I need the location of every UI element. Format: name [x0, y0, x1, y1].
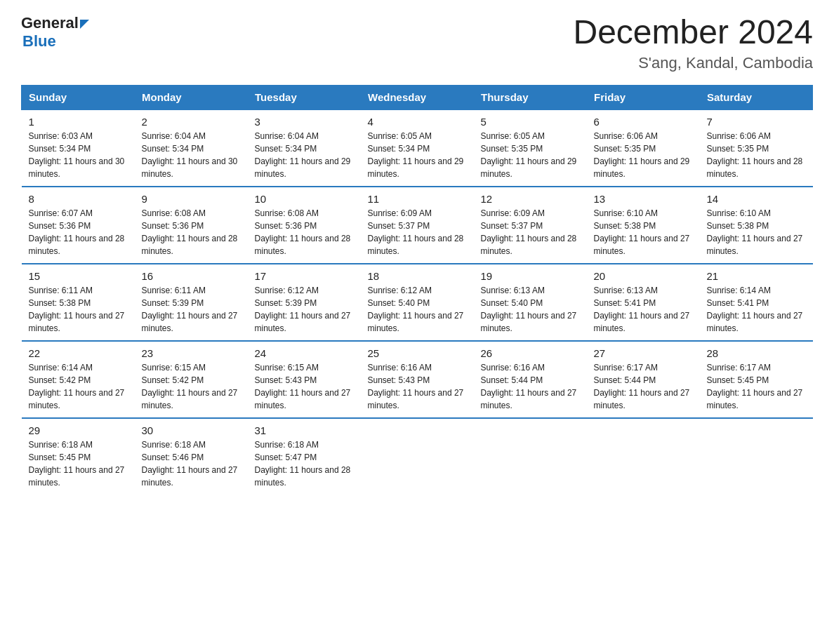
cell-sun-info: Sunrise: 6:18 AMSunset: 5:47 PMDaylight:…	[255, 438, 354, 489]
cell-day-number: 18	[368, 270, 467, 282]
header: General Blue December 2024 S'ang, Kandal…	[21, 14, 813, 72]
col-wednesday: Wednesday	[361, 85, 474, 109]
calendar-cell: 12Sunrise: 6:09 AMSunset: 5:37 PMDayligh…	[474, 187, 587, 264]
cell-sun-info: Sunrise: 6:14 AMSunset: 5:42 PMDaylight:…	[29, 361, 128, 412]
calendar-table: Sunday Monday Tuesday Wednesday Thursday…	[21, 85, 813, 495]
cell-day-number: 28	[707, 347, 806, 359]
col-sunday: Sunday	[22, 85, 135, 109]
col-monday: Monday	[135, 85, 248, 109]
cell-sun-info: Sunrise: 6:08 AMSunset: 5:36 PMDaylight:…	[142, 207, 241, 257]
calendar-cell: 30Sunrise: 6:18 AMSunset: 5:46 PMDayligh…	[135, 418, 248, 495]
cell-day-number: 24	[255, 347, 354, 359]
col-tuesday: Tuesday	[248, 85, 361, 109]
week-row-5: 29Sunrise: 6:18 AMSunset: 5:45 PMDayligh…	[22, 418, 813, 495]
cell-sun-info: Sunrise: 6:11 AMSunset: 5:39 PMDaylight:…	[142, 284, 241, 335]
col-saturday: Saturday	[700, 85, 813, 109]
cell-sun-info: Sunrise: 6:05 AMSunset: 5:35 PMDaylight:…	[481, 130, 580, 180]
cell-day-number: 29	[29, 424, 128, 436]
logo-general-text: General	[21, 14, 79, 32]
cell-sun-info: Sunrise: 6:16 AMSunset: 5:44 PMDaylight:…	[481, 361, 580, 412]
calendar-cell: 28Sunrise: 6:17 AMSunset: 5:45 PMDayligh…	[700, 341, 813, 418]
cell-sun-info: Sunrise: 6:13 AMSunset: 5:40 PMDaylight:…	[481, 284, 580, 335]
cell-day-number: 20	[594, 270, 693, 282]
calendar-header-row: Sunday Monday Tuesday Wednesday Thursday…	[22, 85, 813, 109]
cell-day-number: 30	[142, 424, 241, 436]
cell-sun-info: Sunrise: 6:03 AMSunset: 5:34 PMDaylight:…	[29, 130, 128, 180]
cell-day-number: 13	[594, 193, 693, 205]
week-row-1: 1Sunrise: 6:03 AMSunset: 5:34 PMDaylight…	[22, 109, 813, 187]
cell-day-number: 27	[594, 347, 693, 359]
col-friday: Friday	[587, 85, 700, 109]
cell-day-number: 9	[142, 193, 241, 205]
calendar-cell: 18Sunrise: 6:12 AMSunset: 5:40 PMDayligh…	[361, 264, 474, 341]
cell-sun-info: Sunrise: 6:14 AMSunset: 5:41 PMDaylight:…	[707, 284, 806, 335]
calendar-cell	[474, 418, 587, 495]
cell-day-number: 1	[29, 116, 128, 128]
cell-sun-info: Sunrise: 6:05 AMSunset: 5:34 PMDaylight:…	[368, 130, 467, 180]
calendar-title: December 2024	[573, 14, 813, 51]
cell-day-number: 16	[142, 270, 241, 282]
logo-triangle-icon	[80, 20, 89, 29]
cell-day-number: 19	[481, 270, 580, 282]
cell-sun-info: Sunrise: 6:18 AMSunset: 5:45 PMDaylight:…	[29, 438, 128, 489]
cell-sun-info: Sunrise: 6:10 AMSunset: 5:38 PMDaylight:…	[594, 207, 693, 257]
week-row-2: 8Sunrise: 6:07 AMSunset: 5:36 PMDaylight…	[22, 187, 813, 264]
cell-sun-info: Sunrise: 6:15 AMSunset: 5:43 PMDaylight:…	[255, 361, 354, 412]
calendar-cell: 2Sunrise: 6:04 AMSunset: 5:34 PMDaylight…	[135, 109, 248, 187]
cell-day-number: 5	[481, 116, 580, 128]
calendar-cell: 19Sunrise: 6:13 AMSunset: 5:40 PMDayligh…	[474, 264, 587, 341]
week-row-4: 22Sunrise: 6:14 AMSunset: 5:42 PMDayligh…	[22, 341, 813, 418]
cell-sun-info: Sunrise: 6:15 AMSunset: 5:42 PMDaylight:…	[142, 361, 241, 412]
calendar-cell: 23Sunrise: 6:15 AMSunset: 5:42 PMDayligh…	[135, 341, 248, 418]
cell-day-number: 12	[481, 193, 580, 205]
calendar-cell: 3Sunrise: 6:04 AMSunset: 5:34 PMDaylight…	[248, 109, 361, 187]
cell-sun-info: Sunrise: 6:04 AMSunset: 5:34 PMDaylight:…	[255, 130, 354, 180]
cell-day-number: 11	[368, 193, 467, 205]
cell-sun-info: Sunrise: 6:06 AMSunset: 5:35 PMDaylight:…	[594, 130, 693, 180]
logo: General Blue	[21, 14, 89, 51]
calendar-cell: 20Sunrise: 6:13 AMSunset: 5:41 PMDayligh…	[587, 264, 700, 341]
cell-sun-info: Sunrise: 6:08 AMSunset: 5:36 PMDaylight:…	[255, 207, 354, 257]
cell-day-number: 6	[594, 116, 693, 128]
cell-day-number: 7	[707, 116, 806, 128]
calendar-cell: 11Sunrise: 6:09 AMSunset: 5:37 PMDayligh…	[361, 187, 474, 264]
cell-day-number: 25	[368, 347, 467, 359]
calendar-cell: 17Sunrise: 6:12 AMSunset: 5:39 PMDayligh…	[248, 264, 361, 341]
title-block: December 2024 S'ang, Kandal, Cambodia	[573, 14, 813, 72]
calendar-cell: 4Sunrise: 6:05 AMSunset: 5:34 PMDaylight…	[361, 109, 474, 187]
cell-sun-info: Sunrise: 6:17 AMSunset: 5:44 PMDaylight:…	[594, 361, 693, 412]
cell-day-number: 22	[29, 347, 128, 359]
cell-day-number: 17	[255, 270, 354, 282]
calendar-cell: 1Sunrise: 6:03 AMSunset: 5:34 PMDaylight…	[22, 109, 135, 187]
calendar-cell: 7Sunrise: 6:06 AMSunset: 5:35 PMDaylight…	[700, 109, 813, 187]
cell-day-number: 3	[255, 116, 354, 128]
cell-sun-info: Sunrise: 6:17 AMSunset: 5:45 PMDaylight:…	[707, 361, 806, 412]
logo-blue-text: Blue	[22, 32, 56, 50]
cell-day-number: 4	[368, 116, 467, 128]
cell-day-number: 23	[142, 347, 241, 359]
calendar-cell: 16Sunrise: 6:11 AMSunset: 5:39 PMDayligh…	[135, 264, 248, 341]
calendar-subtitle: S'ang, Kandal, Cambodia	[573, 54, 813, 72]
calendar-cell: 9Sunrise: 6:08 AMSunset: 5:36 PMDaylight…	[135, 187, 248, 264]
cell-sun-info: Sunrise: 6:10 AMSunset: 5:38 PMDaylight:…	[707, 207, 806, 257]
cell-sun-info: Sunrise: 6:11 AMSunset: 5:38 PMDaylight:…	[29, 284, 128, 335]
calendar-cell: 6Sunrise: 6:06 AMSunset: 5:35 PMDaylight…	[587, 109, 700, 187]
cell-day-number: 31	[255, 424, 354, 436]
cell-day-number: 10	[255, 193, 354, 205]
calendar-cell: 29Sunrise: 6:18 AMSunset: 5:45 PMDayligh…	[22, 418, 135, 495]
calendar-cell: 31Sunrise: 6:18 AMSunset: 5:47 PMDayligh…	[248, 418, 361, 495]
calendar-cell: 27Sunrise: 6:17 AMSunset: 5:44 PMDayligh…	[587, 341, 700, 418]
calendar-cell: 22Sunrise: 6:14 AMSunset: 5:42 PMDayligh…	[22, 341, 135, 418]
cell-sun-info: Sunrise: 6:16 AMSunset: 5:43 PMDaylight:…	[368, 361, 467, 412]
cell-sun-info: Sunrise: 6:04 AMSunset: 5:34 PMDaylight:…	[142, 130, 241, 180]
calendar-cell: 8Sunrise: 6:07 AMSunset: 5:36 PMDaylight…	[22, 187, 135, 264]
cell-sun-info: Sunrise: 6:09 AMSunset: 5:37 PMDaylight:…	[368, 207, 467, 257]
calendar-cell: 25Sunrise: 6:16 AMSunset: 5:43 PMDayligh…	[361, 341, 474, 418]
cell-day-number: 14	[707, 193, 806, 205]
cell-day-number: 26	[481, 347, 580, 359]
calendar-cell: 15Sunrise: 6:11 AMSunset: 5:38 PMDayligh…	[22, 264, 135, 341]
week-row-3: 15Sunrise: 6:11 AMSunset: 5:38 PMDayligh…	[22, 264, 813, 341]
calendar-cell	[361, 418, 474, 495]
calendar-cell: 26Sunrise: 6:16 AMSunset: 5:44 PMDayligh…	[474, 341, 587, 418]
calendar-cell: 10Sunrise: 6:08 AMSunset: 5:36 PMDayligh…	[248, 187, 361, 264]
